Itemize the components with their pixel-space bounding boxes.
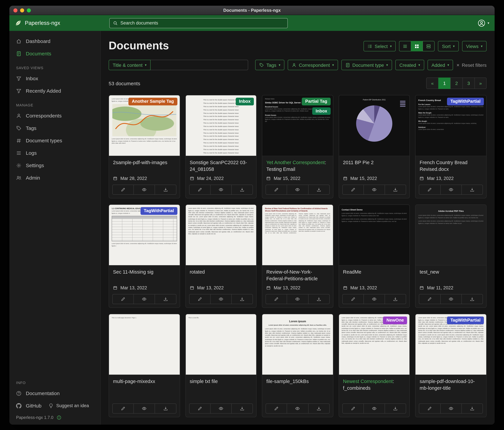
view-button[interactable] — [441, 295, 462, 304]
document-title[interactable]: sample-pdf-download-10-mb-longer-title — [416, 375, 486, 392]
view-button[interactable] — [364, 295, 385, 304]
sidebar-item-dashboard[interactable]: Dashboard — [9, 35, 100, 47]
document-card[interactable]: Contact Sheet DemoLorem ipsum dolor sit … — [339, 205, 410, 308]
document-thumbnail[interactable]: Lorem ipsum dolor sit amet, consectetur … — [416, 314, 486, 375]
edit-button[interactable] — [419, 404, 441, 413]
sidebar-item-documents[interactable]: Documents — [9, 47, 100, 60]
document-thumbnail[interactable]: French Country BreadFor the Leaven:Lorem… — [416, 95, 486, 156]
sidebar-item-logs[interactable]: Logs — [9, 147, 100, 159]
download-button[interactable] — [308, 295, 329, 304]
edit-button[interactable] — [266, 185, 287, 195]
download-button[interactable] — [385, 185, 406, 195]
document-title[interactable]: Newest Correspondent: f_combineds — [339, 375, 410, 392]
document-thumbnail[interactable]: Lorem ipsum dolor sit amet, consectetur … — [186, 205, 256, 266]
edit-button[interactable] — [266, 404, 287, 413]
list-view-button[interactable] — [399, 41, 411, 51]
reset-filters-button[interactable]: × Reset filters — [457, 62, 486, 68]
tag-badge-another-sample-tag[interactable]: Another Sample Tag — [128, 98, 177, 105]
sidebar-item-documentation[interactable]: Documentation — [9, 387, 100, 400]
document-thumbnail[interactable]: Lorem ipsumLorem ipsum dolor sit amet, c… — [262, 314, 333, 375]
document-card[interactable]: This is a test file.simple txt file — [185, 314, 257, 417]
document-card[interactable]: This is a multi page document. Page 1.mu… — [109, 314, 180, 417]
download-button[interactable] — [308, 404, 329, 413]
edit-button[interactable] — [113, 185, 134, 195]
document-type-filter-button[interactable]: Document type ▾ — [341, 60, 392, 70]
document-card[interactable]: This is a test for the double space char… — [185, 95, 257, 198]
view-button[interactable] — [211, 295, 232, 304]
edit-button[interactable] — [343, 404, 364, 413]
sidebar-item-correspondents[interactable]: Correspondents — [9, 109, 100, 122]
search-input[interactable] — [120, 20, 284, 26]
document-thumbnail[interactable]: Patient BP Distribution 2011 — [339, 95, 410, 156]
download-button[interactable] — [385, 404, 406, 413]
pagination-next-button[interactable]: » — [475, 78, 486, 89]
zoom-window-button[interactable] — [27, 8, 31, 12]
created-filter-button[interactable]: Created ▾ — [395, 60, 424, 70]
document-card[interactable]: Lorem ipsumLorem ipsum dolor sit amet, c… — [262, 314, 333, 417]
view-button[interactable] — [364, 404, 385, 413]
info-circle-icon[interactable] — [57, 415, 61, 420]
sort-button[interactable]: Sort ▾ — [438, 41, 459, 51]
document-title[interactable]: Yet Another Correspondent: Testing Email — [262, 156, 333, 173]
document-title[interactable]: simple txt file — [186, 375, 256, 386]
correspondent-link[interactable]: Yet Another Correspondent — [266, 160, 325, 165]
download-button[interactable] — [462, 404, 483, 413]
close-window-button[interactable] — [13, 8, 18, 12]
detail-view-button[interactable] — [423, 41, 435, 51]
pagination-prev-button[interactable]: « — [426, 78, 438, 89]
correspondent-filter-button[interactable]: Correspondent ▾ — [288, 60, 338, 70]
document-title[interactable]: French Country Bread Revised.docx — [416, 156, 486, 173]
document-title[interactable]: file-sample_150kBs — [262, 375, 333, 386]
view-button[interactable] — [287, 295, 308, 304]
grid-view-button[interactable] — [411, 41, 423, 51]
tag-badge-tagwithpartial[interactable]: TagWithPartial — [140, 207, 177, 215]
tag-badge-partial-tag[interactable]: Partial Tag — [302, 98, 331, 105]
download-button[interactable] — [308, 185, 329, 195]
download-button[interactable] — [232, 404, 252, 413]
sidebar-item-suggest-idea[interactable]: Suggest an idea — [44, 400, 91, 412]
download-button[interactable] — [155, 185, 176, 195]
download-button[interactable] — [155, 404, 176, 413]
tag-badge-tagwithpartial[interactable]: TagWithPartial — [447, 317, 484, 324]
edit-button[interactable] — [419, 185, 441, 195]
title-content-dropdown-button[interactable]: Title & content ▾ — [109, 60, 151, 70]
edit-button[interactable] — [189, 185, 210, 195]
document-thumbnail[interactable]: 1.1 CONTINUING MEDICAL EDUCALorem ipsum … — [109, 205, 180, 266]
document-title[interactable]: rotated — [186, 266, 256, 276]
download-button[interactable] — [385, 295, 406, 304]
document-card[interactable]: Review of New York Federal Petitions for… — [262, 205, 333, 308]
document-thumbnail[interactable]: This is a test file. — [186, 314, 256, 375]
document-title[interactable]: Sec 11-Missing sig — [109, 266, 180, 276]
sidebar-item-recently-added[interactable]: Recently Added — [9, 84, 100, 97]
sidebar-item-inbox[interactable]: Inbox — [9, 72, 100, 84]
document-thumbnail[interactable]: This is a multi page document. Page 1. — [109, 314, 180, 375]
edit-button[interactable] — [113, 295, 134, 304]
document-thumbnail[interactable]: Lorem ipsum dolor sit amet, consectetur … — [339, 314, 410, 375]
view-button[interactable] — [134, 404, 155, 413]
document-card[interactable]: Lorem ipsum dolor sit amet, consectetur … — [109, 95, 180, 198]
brand[interactable]: Paperless-ngx — [15, 19, 60, 27]
edit-button[interactable] — [343, 295, 364, 304]
view-button[interactable] — [364, 185, 385, 195]
view-button[interactable] — [441, 185, 462, 195]
view-button[interactable] — [211, 404, 232, 413]
document-title[interactable]: ReadMe — [339, 266, 410, 276]
title-content-filter-input[interactable] — [151, 60, 248, 70]
document-card[interactable]: Lorem ipsum dolor sit amet, consectetur … — [185, 205, 257, 308]
download-button[interactable] — [155, 295, 176, 304]
document-card[interactable]: Release NotesSimba ODBC Driver for SQL S… — [262, 95, 333, 198]
document-thumbnail[interactable]: This is a test for the double space char… — [186, 95, 256, 156]
view-button[interactable] — [134, 185, 155, 195]
tag-badge-tagwithpartial[interactable]: TagWithPartial — [447, 98, 484, 105]
sidebar-item-admin[interactable]: Admin — [9, 171, 100, 184]
minimize-window-button[interactable] — [20, 8, 24, 12]
sidebar-item-github[interactable]: GitHub — [9, 400, 44, 412]
edit-button[interactable] — [113, 404, 134, 413]
document-card[interactable]: Lorem ipsum dolor sit amet, consectetur … — [415, 314, 486, 417]
view-button[interactable] — [134, 295, 155, 304]
edit-button[interactable] — [189, 404, 210, 413]
view-button[interactable] — [441, 404, 462, 413]
document-title[interactable]: Review-of-New-York-Federal-Petitions-art… — [262, 266, 333, 283]
sidebar-item-document-types[interactable]: Document types — [9, 134, 100, 147]
tags-filter-button[interactable]: Tags ▾ — [255, 60, 284, 70]
